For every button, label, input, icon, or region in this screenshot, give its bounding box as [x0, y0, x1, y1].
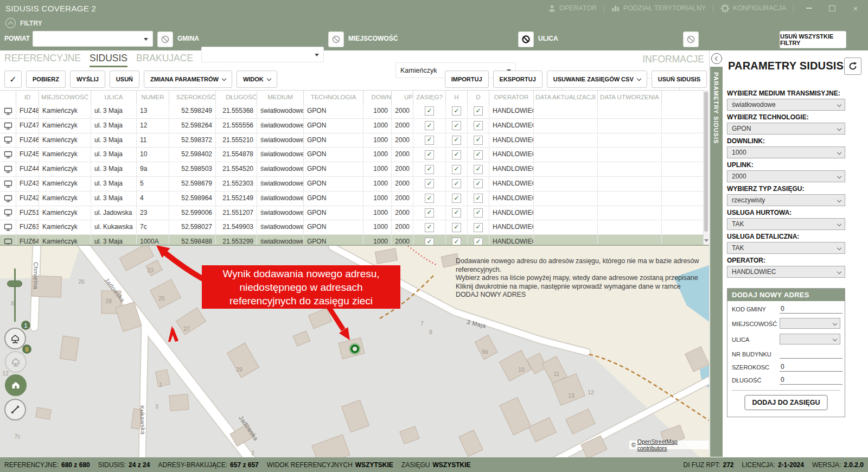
- h-checkbox[interactable]: [452, 165, 461, 174]
- col-data-aktualizacji[interactable]: DATA AKTUALIZACJI: [534, 91, 598, 104]
- table-row[interactable]: FUZ42 Kamieńczyk ul. 3 Maja 4 52.598964 …: [0, 192, 703, 206]
- table-row[interactable]: FUZ44 Kamieńczyk ul. 3 Maja 9a 52.598503…: [0, 162, 703, 177]
- powiat-clear-button[interactable]: [157, 31, 173, 47]
- h-checkbox[interactable]: [452, 136, 461, 145]
- d-checkbox[interactable]: [474, 150, 483, 160]
- clear-all-filters-button[interactable]: USUŃ WSZYSTKIE FILTRY: [780, 31, 846, 48]
- h-checkbox[interactable]: [452, 194, 461, 203]
- usun-sidusis-button[interactable]: USUŃ SIDUSIS: [652, 71, 707, 88]
- d-checkbox[interactable]: [474, 194, 483, 203]
- usuwanie-zasiegow-csv-button[interactable]: USUWANIE ZASIĘGÓW CSV: [547, 71, 647, 88]
- col-d[interactable]: D: [468, 91, 489, 104]
- filters-toggle[interactable]: FILTRY: [5, 18, 42, 28]
- sidebar-collapse-strip[interactable]: PARAMETRY SIDUSIS: [709, 50, 723, 457]
- col-up[interactable]: UP: [392, 91, 413, 104]
- table-scrollbar-thumb[interactable]: [704, 92, 708, 232]
- col-id[interactable]: ID: [16, 91, 39, 104]
- usun-button[interactable]: USUŃ: [110, 71, 139, 88]
- zasieg-checkbox[interactable]: [425, 106, 434, 116]
- scrollbar-down-arrow[interactable]: [704, 239, 709, 242]
- zoom-slider-handle[interactable]: [7, 280, 22, 287]
- d-checkbox[interactable]: [474, 136, 483, 145]
- tab-referencyjne[interactable]: REFERENCYJNE: [4, 53, 81, 67]
- importuj-button[interactable]: IMPORTUJ: [445, 71, 489, 88]
- d-checkbox[interactable]: [474, 121, 483, 130]
- col-data-utworzenia[interactable]: DATA UTWORZENIA: [598, 91, 662, 104]
- measure-button[interactable]: [4, 399, 26, 420]
- zasieg-checkbox[interactable]: [425, 165, 434, 174]
- medium-select[interactable]: światłowodowe: [727, 99, 845, 111]
- h-checkbox[interactable]: [452, 150, 461, 160]
- h-checkbox[interactable]: [452, 121, 461, 130]
- d-checkbox[interactable]: [474, 106, 483, 116]
- tab-informacje[interactable]: INFORMACJE: [642, 54, 704, 65]
- collapse-sidebar-icon[interactable]: [711, 53, 722, 64]
- zasieg-checkbox[interactable]: [425, 179, 434, 188]
- close-button[interactable]: ×: [847, 0, 864, 16]
- gmina-select[interactable]: [201, 47, 324, 62]
- eksportuj-button[interactable]: EKSPORTUJ: [493, 71, 542, 88]
- zoom-slider-track[interactable]: [14, 269, 16, 322]
- nr-budynku-input[interactable]: [780, 350, 843, 359]
- powiat-select[interactable]: [33, 31, 153, 47]
- miejscowosc-clear-button[interactable]: [518, 31, 534, 47]
- col-miejscowosc[interactable]: MIEJSCOWOŚĆ: [39, 91, 91, 104]
- zasieg-checkbox[interactable]: [425, 150, 434, 160]
- kod-gminy-input[interactable]: 0: [780, 305, 843, 314]
- tab-sidusis[interactable]: SIDUSIS: [90, 53, 127, 67]
- technologia-select[interactable]: GPON: [727, 123, 845, 135]
- maximize-button[interactable]: [824, 0, 840, 16]
- usluga-detaliczna-select[interactable]: TAK: [727, 242, 845, 254]
- col-medium[interactable]: MEDIUM: [257, 91, 304, 104]
- d-checkbox[interactable]: [474, 208, 483, 218]
- menu-operator[interactable]: OPERATOR: [548, 4, 597, 12]
- col-technologia[interactable]: TECHNOLOGIA: [304, 91, 363, 104]
- table-row[interactable]: FUZ43 Kamieńczyk ul. 3 Maja 5 52.598679 …: [0, 177, 703, 192]
- widok-button[interactable]: WIDOK: [237, 71, 277, 88]
- col-numer[interactable]: NUMER: [137, 91, 169, 104]
- uplink-select[interactable]: 2000: [727, 170, 845, 182]
- zasieg-checkbox[interactable]: [425, 136, 434, 145]
- h-checkbox[interactable]: [452, 208, 461, 218]
- h-checkbox[interactable]: [452, 223, 461, 232]
- ap-dlugosc-input[interactable]: 0: [780, 376, 843, 385]
- table-row[interactable]: FUZ63 Kamieńczyk ul. Kukawska 7c 52.5980…: [0, 220, 703, 235]
- zasieg-checkbox[interactable]: [425, 223, 434, 232]
- ap-szerokosc-input[interactable]: 0: [780, 363, 843, 372]
- zasieg-checkbox[interactable]: [425, 194, 434, 203]
- h-checkbox[interactable]: [452, 106, 461, 116]
- col-h[interactable]: H: [446, 91, 468, 104]
- col-ulica[interactable]: ULICA: [91, 91, 137, 104]
- gmina-clear-button[interactable]: [328, 31, 344, 47]
- table-row[interactable]: FUZ48 Kamieńczyk ul. 3 Maja 13 52.598249…: [0, 104, 703, 119]
- osm-link[interactable]: OpenStreetMap contributors: [637, 438, 707, 451]
- table-row[interactable]: FUZ45 Kamieńczyk ul. 3 Maja 10 52.598402…: [0, 148, 703, 162]
- dodaj-do-zasiegu-button[interactable]: DODAJ DO ZASIĘGU: [744, 395, 827, 410]
- table-row[interactable]: FUZ51 Kamieńczyk ul. Jadowska 23 52.5990…: [0, 206, 703, 221]
- minimize-button[interactable]: [801, 0, 817, 16]
- menu-konfiguracja[interactable]: KONFIGURACJA: [720, 4, 786, 13]
- zasieg-checkbox[interactable]: [425, 121, 434, 130]
- table-row[interactable]: FUZ47 Kamieńczyk ul. 3 Maja 12 52.598264…: [0, 119, 703, 133]
- col-operator[interactable]: OPERATOR: [489, 91, 534, 104]
- d-checkbox[interactable]: [474, 223, 483, 232]
- downlink-select[interactable]: 1000: [727, 146, 845, 158]
- menu-podzial-terytorialny[interactable]: PODZIAŁ TERYTORIALNY: [611, 4, 706, 12]
- typ-zasiegu-select[interactable]: rzeczywisty: [727, 194, 845, 206]
- zasieg-checkbox[interactable]: [425, 208, 434, 218]
- tab-brakujace[interactable]: BRAKUJACE: [136, 53, 193, 67]
- ap-ulica-select[interactable]: [780, 334, 840, 345]
- usluga-hurtowa-select[interactable]: TAK: [727, 218, 845, 230]
- table-row[interactable]: FUZ46 Kamieńczyk ul. 3 Maja 11 52.598372…: [0, 133, 703, 148]
- pobierz-button[interactable]: POBIERZ: [26, 71, 66, 88]
- ulica-clear-button[interactable]: [683, 31, 699, 47]
- col-dlugosc[interactable]: DŁUGOŚĆ: [216, 91, 257, 104]
- col-szerokosc[interactable]: SZEROKOŚĆ: [169, 91, 216, 104]
- d-checkbox[interactable]: [474, 165, 483, 174]
- map-canvas[interactable]: Chmielna Jadowska Kukawska Jadowska 3 Ma…: [0, 245, 709, 458]
- ap-miejscowosc-select[interactable]: [780, 318, 840, 329]
- wyslij-button[interactable]: WYŚLIJ: [70, 71, 105, 88]
- operator-select[interactable]: HANDLOWIEC: [727, 266, 845, 278]
- col-zasieg[interactable]: ZASIĘG?: [413, 91, 446, 104]
- col-down[interactable]: DOWN: [363, 91, 392, 104]
